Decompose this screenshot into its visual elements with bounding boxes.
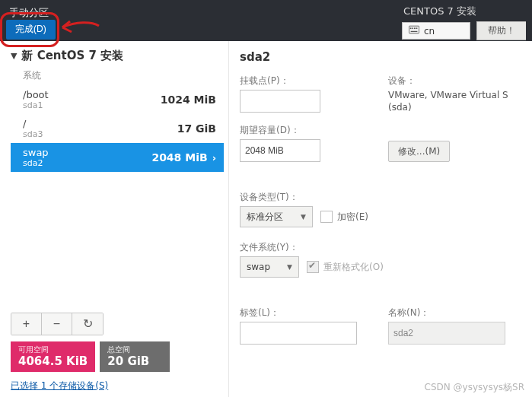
- top-bar: 手动分区 完成(D) CENTOS 7 安装 cn 帮助！: [0, 0, 532, 41]
- tree-title: 新 CentOS 7 安装: [21, 49, 123, 63]
- installer-title: CENTOS 7 安装: [402, 5, 526, 18]
- device-label: 设备：: [388, 75, 520, 87]
- filesystem-value: swap: [247, 262, 270, 272]
- mountpoint-label: 挂载点(P)：: [240, 75, 374, 87]
- space-total-value: 20 GiB: [107, 355, 162, 368]
- partition-row-selected[interactable]: swap sda2 2048 MiB ›: [11, 143, 224, 172]
- chevron-right-icon: ›: [212, 152, 216, 164]
- modify-device-button[interactable]: 修改...(M): [388, 141, 450, 162]
- svg-rect-5: [416, 27, 418, 29]
- svg-rect-4: [414, 27, 416, 29]
- storage-devices-link[interactable]: 已选择 1 个存储设备(S): [11, 380, 108, 392]
- watermark: CSDN @ysysysys杨SR: [425, 381, 524, 394]
- partition-row[interactable]: / sda3 17 GiB: [11, 114, 224, 143]
- partition-mount: swap: [23, 147, 49, 158]
- device-type-value: 标准分区: [247, 211, 283, 224]
- system-group-label: 系统: [23, 69, 224, 82]
- filesystem-select[interactable]: swap ▼: [240, 256, 299, 278]
- checkbox-icon: [320, 211, 333, 223]
- space-total-label: 总空间: [107, 345, 162, 355]
- svg-rect-2: [410, 27, 412, 29]
- partition-dev: sda1: [23, 100, 49, 110]
- mountpoint-input[interactable]: [240, 90, 320, 113]
- encrypt-checkbox[interactable]: 加密(E): [320, 211, 368, 224]
- capacity-label: 期望容量(D)：: [240, 124, 374, 137]
- left-pane: ▼ 新 CentOS 7 安装 系统 /boot sda1 1024 MiB /…: [0, 41, 228, 397]
- reformat-label: 重新格式化(O): [323, 261, 384, 274]
- keyboard-layout-indicator[interactable]: cn: [402, 22, 470, 40]
- name-label: 名称(N)：: [388, 306, 520, 319]
- tag-label: 标签(L)：: [240, 306, 374, 319]
- annotation-arrow: [53, 14, 107, 44]
- partition-button-bar: + − ↻: [11, 313, 104, 335]
- partition-size: 17 GiB: [177, 122, 216, 135]
- chevron-down-icon: ▼: [287, 263, 292, 271]
- detail-heading: sda2: [240, 50, 520, 64]
- device-type-label: 设备类型(T)：: [240, 191, 520, 204]
- partition-tree-header[interactable]: ▼ 新 CentOS 7 安装: [11, 49, 224, 63]
- detail-form: 挂载点(P)： 设备： VMware, VMware Virtual S (sd…: [240, 75, 520, 345]
- tag-input[interactable]: [240, 322, 357, 345]
- space-available-label: 可用空间: [18, 345, 88, 355]
- space-total-box: 总空间 20 GiB: [100, 341, 170, 373]
- keyboard-icon: [409, 25, 419, 37]
- name-input: [388, 322, 505, 345]
- device-type-select[interactable]: 标准分区 ▼: [240, 206, 313, 227]
- partition-list: /boot sda1 1024 MiB / sda3 17 GiB swap s…: [11, 85, 224, 306]
- done-button[interactable]: 完成(D): [6, 20, 56, 40]
- top-right: CENTOS 7 安装 cn 帮助！: [402, 5, 526, 40]
- svg-rect-0: [409, 26, 419, 33]
- checkbox-icon: [307, 261, 319, 273]
- reload-button[interactable]: ↻: [72, 313, 103, 335]
- remove-partition-button[interactable]: −: [42, 313, 72, 335]
- reformat-checkbox: 重新格式化(O): [307, 261, 384, 274]
- space-summary: 可用空间 4064.5 KiB 总空间 20 GiB: [11, 341, 224, 373]
- partition-row[interactable]: /boot sda1 1024 MiB: [11, 85, 224, 114]
- partition-dev: sda3: [23, 129, 43, 139]
- filesystem-label: 文件系统(Y)：: [240, 241, 520, 254]
- page-title: 手动分区: [9, 6, 49, 20]
- device-value: VMware, VMware Virtual S (sda): [388, 90, 520, 113]
- collapse-icon: ▼: [11, 51, 17, 61]
- main-area: ▼ 新 CentOS 7 安装 系统 /boot sda1 1024 MiB /…: [0, 41, 532, 397]
- partition-size: 2048 MiB: [151, 151, 207, 164]
- chevron-down-icon: ▼: [301, 213, 306, 221]
- add-partition-button[interactable]: +: [11, 313, 42, 335]
- space-available-box: 可用空间 4064.5 KiB: [11, 341, 95, 373]
- partition-mount: /boot: [23, 89, 49, 100]
- partition-dev: sda2: [23, 158, 49, 168]
- help-button[interactable]: 帮助！: [476, 21, 526, 40]
- partition-mount: /: [23, 118, 43, 129]
- encrypt-label: 加密(E): [337, 211, 368, 224]
- space-available-value: 4064.5 KiB: [18, 355, 88, 368]
- capacity-input[interactable]: [240, 139, 320, 162]
- svg-rect-3: [412, 27, 413, 29]
- svg-rect-1: [411, 31, 418, 32]
- keyboard-layout-text: cn: [424, 26, 435, 37]
- right-pane: sda2 挂载点(P)： 设备： VMware, VMware Virtual …: [228, 41, 532, 397]
- partition-size: 1024 MiB: [161, 94, 216, 106]
